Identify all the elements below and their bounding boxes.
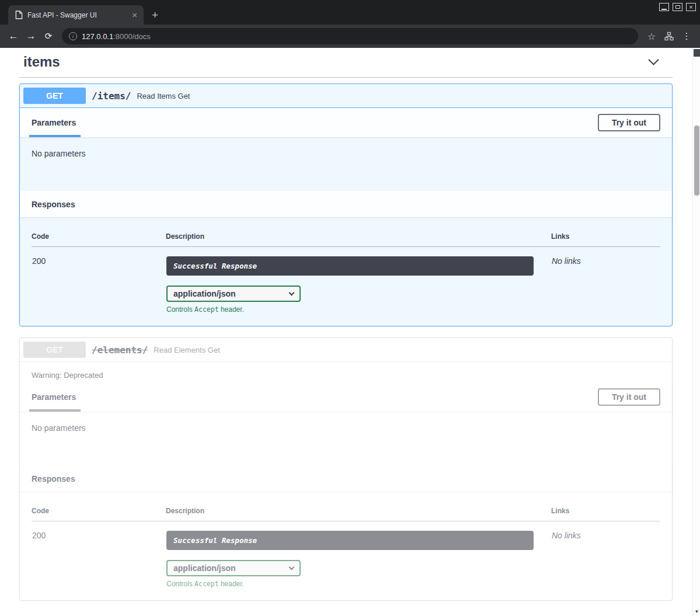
deprecation-warning: Warning: Deprecated [20,362,672,382]
operation-summary-text: Read Elements Get [154,346,220,354]
links-column-header: Links [551,225,660,247]
api-docs: items GET /items/ Read Items Get Paramet… [19,48,673,601]
http-method-badge: GET [23,88,86,104]
operation-summary-text: Read Items Get [137,92,190,100]
responses-title: Responses [32,200,75,209]
tab-close-button[interactable]: × [130,11,139,19]
response-code: 200 [32,521,166,589]
accept-note-suffix: header. [219,580,244,588]
sitemap-icon [664,32,674,41]
code-column-header: Code [32,225,166,247]
no-parameters-text: No parameters [32,423,86,433]
responses-header: Responses [20,465,672,492]
browser-chrome: Fast API - Swagger UI × + × ← → ⟳ i 127.… [0,0,700,48]
operation-body: Parameters Try it out No parameters Resp… [20,108,672,326]
parameters-title: Parameters [32,118,76,127]
tag-section-header[interactable]: items [19,48,673,78]
http-method-badge: GET [23,342,86,358]
media-type-select[interactable]: application/json [166,286,301,302]
response-row: 200 Successful Response application/json… [32,247,660,315]
scroll-up-button[interactable] [694,49,700,57]
tab-strip: Fast API - Swagger UI × + × [0,0,700,25]
parameters-body: No parameters [20,412,672,465]
try-it-out-button[interactable]: Try it out [598,114,660,131]
operation-path: /items/ [92,91,131,102]
page-favicon-icon [15,11,23,19]
scroll-down-button[interactable]: ▼ [693,608,700,615]
parameters-title: Parameters [32,392,76,402]
new-tab-button[interactable]: + [152,9,158,20]
accept-note-prefix: Controls [166,305,194,314]
responses-header: Responses [20,191,672,217]
accept-header-note: Controls Accept header. [166,580,551,588]
forward-button[interactable]: → [22,27,40,45]
parameters-body: No parameters [20,137,672,191]
parameters-header: Parameters Try it out [20,382,672,412]
media-type-value: application/json [173,563,236,573]
content-viewport: items GET /items/ Read Items Get Paramet… [0,48,700,616]
select-chevron-icon [289,290,295,295]
accept-note-code: Accept [194,305,219,314]
media-type-select[interactable]: application/json [166,560,301,576]
operation-summary[interactable]: GET /elements/ Read Elements Get [20,338,672,362]
scrollbar-thumb[interactable] [694,126,699,196]
links-column-header: Links [551,500,660,521]
url-suffix: :8000/docs [113,32,151,41]
minimize-icon [661,9,667,10]
close-icon: × [689,4,692,11]
responses-table-header-row: Code Description Links [32,500,660,521]
description-column-header: Description [166,225,551,247]
url-text: 127.0.0.1:8000/docs [82,31,151,41]
responses-title: Responses [32,474,75,483]
browser-tab[interactable]: Fast API - Swagger UI × [8,5,144,25]
description-column-header: Description [166,500,551,521]
menu-button[interactable]: ⋮ [678,27,695,45]
accept-note-prefix: Controls [166,580,194,588]
tab-title: Fast API - Swagger UI [27,11,126,19]
maximize-icon [675,5,680,9]
select-chevron-icon [289,564,295,570]
bookmark-star-button[interactable]: ☆ [643,27,660,45]
response-description-cell: Successful Response application/json Con… [166,521,551,589]
accept-header-note: Controls Accept header. [166,305,551,314]
active-tab-indicator [29,135,81,137]
media-type-value: application/json [173,289,236,298]
operation-summary[interactable]: GET /items/ Read Items Get [20,84,672,108]
scrollbar[interactable]: ▼ [692,48,700,616]
operation-block-get-items: GET /items/ Read Items Get Parameters Tr… [19,83,673,326]
response-description-cell: Successful Response application/json Con… [166,247,551,315]
response-code: 200 [32,247,166,315]
operation-body: Warning: Deprecated Parameters Try it ou… [20,362,672,600]
reload-button[interactable]: ⟳ [40,27,57,45]
code-column-header: Code [32,500,166,521]
response-row: 200 Successful Response application/json… [32,521,660,589]
maximize-button[interactable] [673,3,682,11]
response-links: No links [551,521,660,589]
active-tab-indicator [29,409,81,412]
close-button[interactable]: × [686,3,696,11]
operation-block-get-elements-deprecated: GET /elements/ Read Elements Get Warning… [19,337,673,601]
minimize-button[interactable] [659,3,669,11]
response-description-box: Successful Response [166,531,534,550]
back-button[interactable]: ← [5,27,22,45]
responses-table: Code Description Links 200 Successful Re… [32,225,660,314]
responses-table-header-row: Code Description Links [32,225,660,247]
responses-body: Code Description Links 200 Successful Re… [20,217,672,326]
window-controls: × [659,3,696,11]
sitemap-button[interactable] [660,27,678,45]
try-it-out-button[interactable]: Try it out [598,388,660,406]
operation-path: /elements/ [92,344,148,356]
parameters-header: Parameters Try it out [20,108,672,137]
collapse-chevron-icon[interactable] [648,54,659,65]
section-title: items [23,54,60,70]
accept-note-suffix: header. [219,305,244,314]
response-description-box: Successful Response [166,256,534,276]
responses-table: Code Description Links 200 Successful Re… [32,500,660,589]
response-links: No links [551,247,660,315]
browser-toolbar: ← → ⟳ i 127.0.0.1:8000/docs ☆ ⋮ [0,25,700,48]
page-info-icon[interactable]: i [69,32,77,40]
responses-body: Code Description Links 200 Successful Re… [20,492,672,600]
no-parameters-text: No parameters [32,149,86,158]
url-host: 127.0.0.1 [82,32,113,41]
address-bar[interactable]: i 127.0.0.1:8000/docs [62,28,638,44]
